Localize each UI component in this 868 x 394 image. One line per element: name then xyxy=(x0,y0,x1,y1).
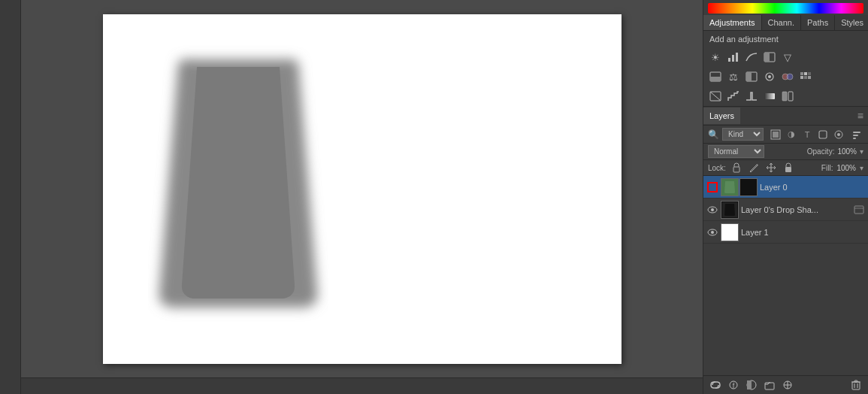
vibrance-icon[interactable]: ▽ xyxy=(780,50,795,65)
svg-rect-50 xyxy=(854,380,857,382)
tab-paths[interactable]: Paths xyxy=(801,15,835,30)
svg-rect-23 xyxy=(788,92,793,101)
svg-rect-29 xyxy=(853,132,860,133)
svg-rect-0 xyxy=(728,58,730,62)
layer-visibility-toggle[interactable] xyxy=(706,181,718,193)
svg-rect-38 xyxy=(854,206,863,214)
filter-adjustment-icon[interactable]: ◑ xyxy=(785,129,798,141)
svg-rect-32 xyxy=(733,167,739,172)
svg-rect-18 xyxy=(808,76,811,79)
lock-all-icon[interactable] xyxy=(782,162,795,174)
svg-rect-14 xyxy=(804,72,807,75)
lock-move-icon[interactable] xyxy=(764,162,778,174)
layers-tabs: Layers ≡ xyxy=(703,107,868,126)
layers-kind-select[interactable]: Kind xyxy=(722,128,764,141)
adjustment-icons-row2: ⚖ xyxy=(703,67,868,86)
layer-thumbnails xyxy=(721,201,739,219)
gradient-map-icon[interactable] xyxy=(762,89,777,104)
svg-rect-20 xyxy=(710,92,715,101)
invert-icon[interactable] xyxy=(708,89,723,104)
layer-visibility-toggle[interactable] xyxy=(706,226,718,238)
layer-indicator xyxy=(707,182,718,192)
layers-lock-row: Lock: Fill: 100% ▾ xyxy=(703,160,868,176)
layer-name: Layer 0's Drop Sha... xyxy=(741,205,851,214)
layer-row[interactable]: Layer 1 xyxy=(703,221,868,244)
adjustments-panel: Adjustments Chann. Paths Styles ≡ Add an… xyxy=(703,15,868,107)
svg-rect-6 xyxy=(710,77,721,81)
layer-content-thumb xyxy=(721,223,739,241)
tab-channels[interactable]: Chann. xyxy=(762,15,801,30)
svg-rect-46 xyxy=(765,383,774,389)
tab-styles[interactable]: Styles xyxy=(835,15,868,30)
filter-search-icon: 🔍 xyxy=(708,129,719,140)
posterize-icon[interactable] xyxy=(726,89,741,104)
svg-rect-2 xyxy=(736,53,738,62)
tab-layers[interactable]: Layers xyxy=(703,108,740,124)
filter-smart-object-icon[interactable] xyxy=(832,129,845,141)
lock-paint-icon[interactable] xyxy=(747,162,761,174)
canvas-container xyxy=(21,0,703,377)
levels-icon[interactable] xyxy=(726,50,741,65)
left-toolbar xyxy=(0,0,21,394)
svg-point-41 xyxy=(711,231,714,234)
layer-visibility-toggle[interactable] xyxy=(706,204,718,216)
layer-row[interactable]: Layer 0 xyxy=(703,176,868,199)
svg-rect-30 xyxy=(853,135,858,136)
color-balance-icon[interactable]: ⚖ xyxy=(726,69,741,84)
exposure-icon[interactable] xyxy=(762,50,777,65)
main-area xyxy=(21,0,703,394)
delete-layer-button[interactable] xyxy=(848,378,863,392)
svg-rect-48 xyxy=(852,382,860,389)
layers-filter-toggle[interactable] xyxy=(850,129,863,141)
layers-menu-icon[interactable]: ≡ xyxy=(853,107,868,125)
photo-filter-icon[interactable] xyxy=(762,69,777,84)
adjustments-tabs: Adjustments Chann. Paths Styles ≡ xyxy=(703,15,868,31)
svg-rect-8 xyxy=(746,72,752,81)
layers-bottom-bar: f xyxy=(703,375,868,394)
layer-content-thumb xyxy=(721,178,739,196)
black-white-icon[interactable] xyxy=(744,69,759,84)
channel-mixer-icon[interactable] xyxy=(780,69,795,84)
cup-drawing xyxy=(148,37,328,330)
color-lookup-icon[interactable] xyxy=(798,69,813,84)
canvas-bottom-bar xyxy=(21,377,703,394)
fill-label: Fill: xyxy=(821,164,833,172)
lock-position-icon[interactable] xyxy=(730,162,743,174)
eye-icon xyxy=(707,229,718,236)
fill-arrow[interactable]: ▾ xyxy=(860,164,863,172)
threshold-icon[interactable] xyxy=(744,89,759,104)
layer-mask-thumb xyxy=(739,178,758,196)
lock-label: Lock: xyxy=(708,164,726,172)
svg-rect-21 xyxy=(764,93,775,99)
adjustment-icons-row1: ☀ ▽ xyxy=(703,47,868,67)
blend-mode-select[interactable]: Normal xyxy=(708,145,764,158)
selective-color-icon[interactable] xyxy=(780,89,795,104)
svg-point-10 xyxy=(768,75,771,78)
layers-filter-row: 🔍 Kind ◑ T xyxy=(703,126,868,144)
svg-point-36 xyxy=(711,208,714,211)
link-layers-button[interactable] xyxy=(708,378,723,392)
opacity-arrow[interactable]: ▾ xyxy=(860,147,863,156)
curves-icon[interactable] xyxy=(744,50,759,65)
create-adjustment-button[interactable] xyxy=(780,378,795,392)
svg-rect-4 xyxy=(764,53,770,62)
filter-type-icon[interactable]: T xyxy=(800,129,814,141)
brightness-contrast-icon[interactable]: ☀ xyxy=(708,50,723,65)
layer-row[interactable]: Layer 0's Drop Sha... xyxy=(703,199,868,221)
filter-shape-icon[interactable] xyxy=(816,129,830,141)
svg-rect-22 xyxy=(782,92,787,101)
svg-rect-17 xyxy=(804,76,807,79)
layer-name: Layer 1 xyxy=(741,228,865,237)
svg-point-28 xyxy=(837,133,840,136)
create-group-button[interactable] xyxy=(762,378,777,392)
layer-fx-icon xyxy=(853,204,865,216)
filter-pixel-icon[interactable] xyxy=(769,129,782,141)
hue-saturation-icon[interactable] xyxy=(708,69,723,84)
tab-adjustments[interactable]: Adjustments xyxy=(703,15,762,30)
svg-rect-31 xyxy=(853,138,856,139)
add-style-button[interactable]: f xyxy=(726,378,741,392)
layer-thumbnails xyxy=(721,223,739,241)
svg-rect-13 xyxy=(800,72,803,75)
add-mask-button[interactable] xyxy=(744,378,759,392)
right-panel: Adjustments Chann. Paths Styles ≡ Add an… xyxy=(703,0,868,394)
